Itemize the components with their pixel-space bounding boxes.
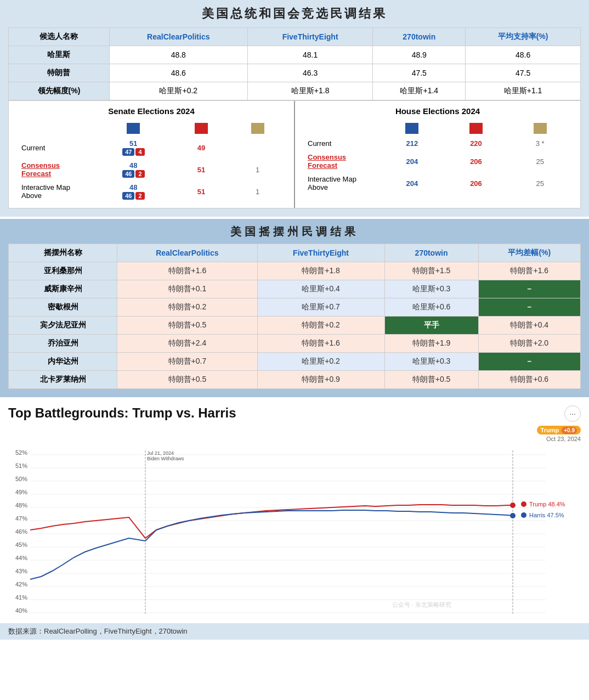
poll-cell-rcp: 48.8 <box>109 46 247 64</box>
svg-text:Jul 21, 2024: Jul 21, 2024 <box>147 450 174 456</box>
house-tan: 25 <box>508 150 572 172</box>
senate-red: 51 <box>173 159 230 180</box>
svg-text:47%: 47% <box>15 515 27 522</box>
senate-table: Current 51474 49 Consensus Forecast 4846… <box>17 120 286 202</box>
svg-text:Biden Withdraws: Biden Withdraws <box>147 456 184 461</box>
house-label[interactable]: Consensus Forecast <box>303 150 380 172</box>
senate-tan <box>229 137 286 159</box>
swing-rcp: 特朗普+0.5 <box>117 317 257 335</box>
trump-badge: Trump +0.9 <box>537 426 581 434</box>
house-blue-box <box>405 123 418 134</box>
trump-badge-area: Trump +0.9 <box>537 425 581 434</box>
swing-fte: 哈里斯+0.4 <box>257 280 384 298</box>
svg-point-34 <box>521 512 526 518</box>
swing-name: 亚利桑那州 <box>9 262 117 280</box>
trump-change: +0.9 <box>562 427 577 434</box>
poll-table: 候选人名称 RealClearPolitics FiveThirtyEight … <box>8 27 581 100</box>
poll-cell-270: 47.5 <box>373 64 466 82</box>
svg-point-31 <box>510 513 516 518</box>
svg-text:41%: 41% <box>15 594 27 601</box>
swing-fte: 哈里斯+0.7 <box>257 298 384 317</box>
poll-cell-name: 特朗普 <box>9 64 110 82</box>
house-red-box <box>469 123 483 134</box>
svg-text:Harris 47.5%: Harris 47.5% <box>529 512 564 518</box>
swing-avg: 特朗普+0.4 <box>478 317 580 335</box>
swing-fte: 特朗普+1.6 <box>257 335 384 353</box>
swing-header-2: FiveThirtyEight <box>257 244 384 262</box>
swing-name: 乔治亚州 <box>9 335 117 353</box>
swing-270: 哈里斯+0.3 <box>384 353 478 371</box>
data-source: 数据来源：RealClearPolling，FiveThirtyEight，27… <box>0 623 589 640</box>
poll-cell-270: 哈里斯+1.4 <box>373 82 466 100</box>
swing-name: 宾夕法尼亚州 <box>9 317 117 335</box>
poll-cell-fte: 48.1 <box>247 46 373 64</box>
swing-row-4: 乔治亚州 特朗普+2.4 特朗普+1.6 特朗普+1.9 特朗普+2.0 <box>9 335 581 353</box>
swing-avg: － <box>478 298 580 317</box>
poll-cell-name: 领先幅度(%) <box>9 82 110 100</box>
senate-red: 51 <box>173 180 230 202</box>
swing-header-1: RealClearPolitics <box>117 244 257 262</box>
poll-row-0: 哈里斯 48.8 48.1 48.9 48.6 <box>9 46 581 64</box>
chart-badge-area: ··· Trump +0.9 Oct 23, 2024 <box>537 405 581 442</box>
swing-rcp: 特朗普+0.2 <box>117 298 257 317</box>
chart-title-block: Top Battlegrounds: Trump vs. Harris <box>8 405 236 425</box>
swing-row-6: 北卡罗莱纳州 特朗普+0.5 特朗普+0.9 特朗普+0.5 特朗普+0.6 <box>9 371 581 389</box>
senate-tan-box <box>251 123 264 134</box>
svg-text:42%: 42% <box>15 581 27 588</box>
senate-row-2: Interactive Map Above 48462 51 1 <box>17 180 286 202</box>
poll-row-1: 特朗普 48.6 46.3 47.5 47.5 <box>9 64 581 82</box>
poll-header-rcp: RealClearPolitics <box>109 28 247 46</box>
swing-row-0: 亚利桑那州 特朗普+1.6 特朗普+1.8 特朗普+1.5 特朗普+1.6 <box>9 262 581 280</box>
swing-270: 特朗普+1.5 <box>384 262 478 280</box>
senate-section: Senate Elections 2024 Current 51474 49 C… <box>9 101 295 208</box>
poll-cell-avg: 48.6 <box>466 46 581 64</box>
swing-name: 威斯康辛州 <box>9 280 117 298</box>
swing-avg: 特朗普+1.6 <box>478 262 580 280</box>
poll-row-2: 领先幅度(%) 哈里斯+0.2 哈里斯+1.8 哈里斯+1.4 哈里斯+1.1 <box>9 82 581 100</box>
swing-270: 特朗普+1.9 <box>384 335 478 353</box>
poll-cell-rcp: 48.6 <box>109 64 247 82</box>
chart-container: 52% 51% 50% 49% 48% 47% 46% 45% 44% 43% … <box>8 445 581 620</box>
senate-title: Senate Elections 2024 <box>17 106 286 116</box>
house-red: 220 <box>444 137 508 150</box>
poll-cell-fte: 哈里斯+1.8 <box>247 82 373 100</box>
swing-270: 哈里斯+0.6 <box>384 298 478 317</box>
svg-text:51%: 51% <box>15 462 27 469</box>
senate-tan: 1 <box>229 159 286 180</box>
swing-avg: － <box>478 280 580 298</box>
house-blue: 212 <box>380 137 444 150</box>
poll-cell-name: 哈里斯 <box>9 46 110 64</box>
poll-cell-fte: 46.3 <box>247 64 373 82</box>
senate-red: 49 <box>173 137 230 159</box>
senate-label[interactable]: Consensus Forecast <box>17 159 94 180</box>
house-label: Current <box>303 137 380 150</box>
svg-text:52%: 52% <box>15 449 27 456</box>
senate-label: Interactive Map Above <box>17 180 94 202</box>
svg-text:46%: 46% <box>15 528 27 535</box>
house-row-1: Consensus Forecast 204 206 25 <box>303 150 572 172</box>
house-row-0: Current 212 220 3 * <box>303 137 572 150</box>
svg-text:Trump 48.4%: Trump 48.4% <box>529 501 565 507</box>
svg-text:49%: 49% <box>15 489 27 495</box>
senate-blue: 51474 <box>94 137 173 159</box>
swing-row-3: 宾夕法尼亚州 特朗普+0.5 特朗普+0.2 平手 特朗普+0.4 <box>9 317 581 335</box>
house-tan-box <box>534 123 547 134</box>
house-table: Current 212 220 3 * Consensus Forecast 2… <box>303 120 572 194</box>
house-blue: 204 <box>380 150 444 172</box>
senate-blue: 48462 <box>94 180 173 202</box>
swing-rcp: 特朗普+0.1 <box>117 280 257 298</box>
chart-options-btn[interactable]: ··· <box>564 405 581 422</box>
chart-date: Oct 23, 2024 <box>546 436 581 442</box>
swing-fte: 哈里斯+0.2 <box>257 353 384 371</box>
poll-cell-avg: 哈里斯+1.1 <box>466 82 581 100</box>
poll-cell-rcp: 哈里斯+0.2 <box>109 82 247 100</box>
poll-header-270: 270towin <box>373 28 466 46</box>
swing-fte: 特朗普+1.8 <box>257 262 384 280</box>
swing-header-4: 平均差幅(%) <box>478 244 580 262</box>
swing-fte: 特朗普+0.9 <box>257 371 384 389</box>
house-section: House Elections 2024 Current 212 220 3 *… <box>295 101 580 208</box>
svg-text:44%: 44% <box>15 555 27 561</box>
house-red: 206 <box>444 172 508 194</box>
svg-text:48%: 48% <box>15 502 27 509</box>
swing-row-5: 内华达州 特朗普+0.7 哈里斯+0.2 哈里斯+0.3 － <box>9 353 581 371</box>
